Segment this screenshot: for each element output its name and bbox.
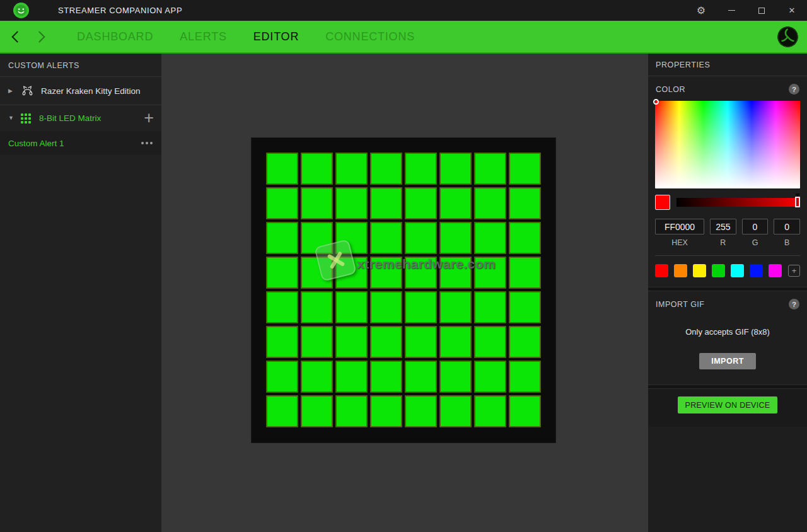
led-cell[interactable] (370, 395, 402, 427)
led-cell[interactable] (335, 291, 368, 323)
led-cell[interactable] (405, 361, 437, 393)
sidebar-item-kraken-kitty[interactable]: ▶ Razer Kraken Kitty Edition (0, 77, 161, 105)
led-cell[interactable] (405, 395, 437, 427)
brightness-slider-handle[interactable] (794, 194, 801, 207)
led-cell[interactable] (370, 291, 402, 323)
led-cell[interactable] (335, 326, 368, 358)
led-cell[interactable] (301, 395, 333, 427)
led-cell[interactable] (301, 257, 333, 289)
led-cell[interactable] (509, 222, 541, 254)
led-cell[interactable] (335, 187, 368, 219)
led-cell[interactable] (474, 326, 506, 358)
led-cell[interactable] (266, 187, 298, 219)
tab-dashboard[interactable]: DASHBOARD (77, 30, 153, 43)
led-cell[interactable] (509, 187, 541, 219)
minimize-button[interactable] (716, 0, 746, 21)
led-cell[interactable] (509, 153, 541, 185)
hex-input[interactable] (655, 219, 704, 234)
led-cell[interactable] (509, 395, 541, 427)
led-cell[interactable] (370, 187, 402, 219)
led-cell[interactable] (439, 326, 472, 358)
palette-swatch[interactable] (712, 264, 725, 277)
led-cell[interactable] (509, 257, 541, 289)
led-cell[interactable] (509, 291, 541, 323)
led-cell[interactable] (266, 326, 298, 358)
led-cell[interactable] (266, 395, 298, 427)
led-cell[interactable] (509, 361, 541, 393)
led-cell[interactable] (266, 222, 298, 254)
led-cell[interactable] (439, 361, 472, 393)
led-cell[interactable] (405, 153, 437, 185)
led-cell[interactable] (335, 153, 368, 185)
led-cell[interactable] (474, 361, 506, 393)
led-cell[interactable] (439, 187, 472, 219)
led-cell[interactable] (439, 395, 472, 427)
led-cell[interactable] (405, 326, 437, 358)
led-cell[interactable] (439, 291, 472, 323)
tab-alerts[interactable]: ALERTS (180, 30, 227, 43)
import-button[interactable]: IMPORT (699, 353, 756, 369)
led-cell[interactable] (266, 291, 298, 323)
led-cell[interactable] (301, 326, 333, 358)
color-picker-selector[interactable] (653, 99, 659, 105)
led-cell[interactable] (370, 153, 402, 185)
tab-editor[interactable]: EDITOR (253, 30, 299, 43)
palette-swatch[interactable] (674, 264, 687, 277)
razer-avatar[interactable] (777, 26, 798, 47)
color-help-icon[interactable]: ? (789, 84, 799, 95)
led-cell[interactable] (439, 222, 472, 254)
settings-gear-icon[interactable]: ⚙ (686, 0, 716, 21)
import-gif-help-icon[interactable]: ? (789, 299, 799, 309)
palette-swatch[interactable] (769, 264, 782, 277)
blue-input[interactable] (774, 219, 800, 234)
close-button[interactable]: ✕ (777, 0, 807, 21)
led-cell[interactable] (335, 222, 368, 254)
led-cell[interactable] (335, 257, 368, 289)
led-cell[interactable] (370, 222, 402, 254)
led-cell[interactable] (405, 257, 437, 289)
led-cell[interactable] (405, 291, 437, 323)
palette-swatch[interactable] (655, 264, 668, 277)
led-cell[interactable] (439, 257, 472, 289)
chevron-right-icon[interactable]: ▶ (8, 88, 15, 94)
tab-connections[interactable]: CONNECTIONS (325, 30, 415, 43)
red-input[interactable] (710, 219, 736, 234)
nav-forward-icon[interactable] (35, 31, 46, 42)
led-cell[interactable] (509, 326, 541, 358)
add-alert-button[interactable]: + (144, 112, 154, 125)
led-cell[interactable] (301, 222, 333, 254)
sidebar-item-custom-alert-1[interactable]: Custom Alert 1 (0, 131, 161, 155)
led-cell[interactable] (370, 326, 402, 358)
led-cell[interactable] (474, 222, 506, 254)
led-cell[interactable] (370, 361, 402, 393)
led-cell[interactable] (405, 187, 437, 219)
maximize-button[interactable] (746, 0, 777, 21)
palette-swatch[interactable] (750, 264, 763, 277)
led-cell[interactable] (474, 257, 506, 289)
sidebar-item-led-matrix[interactable]: ▼ 8-Bit LED Matrix + (0, 105, 161, 131)
led-cell[interactable] (474, 187, 506, 219)
led-cell[interactable] (335, 361, 368, 393)
led-cell[interactable] (266, 361, 298, 393)
add-swatch-button[interactable]: + (788, 265, 800, 277)
led-cell[interactable] (335, 395, 368, 427)
led-cell[interactable] (266, 153, 298, 185)
nav-back-icon[interactable] (10, 31, 21, 42)
led-cell[interactable] (439, 153, 472, 185)
palette-swatch[interactable] (693, 264, 706, 277)
led-cell[interactable] (301, 361, 333, 393)
brightness-slider[interactable] (676, 198, 800, 207)
color-gradient-picker[interactable] (655, 101, 800, 188)
led-cell[interactable] (370, 257, 402, 289)
led-cell[interactable] (301, 187, 333, 219)
led-cell[interactable] (266, 257, 298, 289)
palette-swatch[interactable] (731, 264, 744, 277)
led-cell[interactable] (474, 153, 506, 185)
green-input[interactable] (742, 219, 769, 234)
led-cell[interactable] (474, 395, 506, 427)
chevron-down-icon[interactable]: ▼ (8, 115, 15, 121)
led-cell[interactable] (474, 291, 506, 323)
led-cell[interactable] (301, 153, 333, 185)
led-cell[interactable] (301, 291, 333, 323)
alert-options-icon[interactable] (141, 142, 153, 144)
